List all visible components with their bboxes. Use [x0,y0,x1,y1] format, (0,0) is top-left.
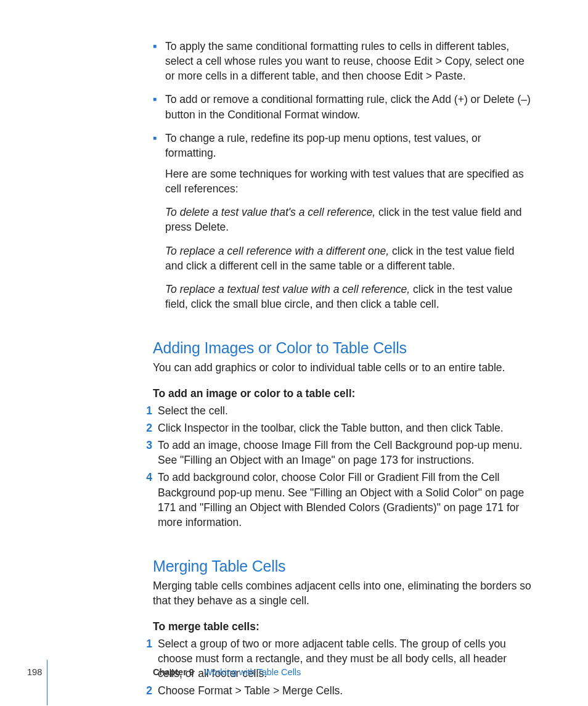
chapter-label: Chapter 9 [153,667,194,677]
step-number: 2 [140,421,158,435]
chapter-title: Working with Table Cells [204,667,301,677]
step-number: 1 [140,403,158,418]
paragraph: Here are some techniques for working wit… [165,166,531,196]
step-number: 3 [140,438,158,467]
subheading: To merge table cells: [153,619,531,634]
step-text: Choose Format > Table > Merge Cells. You… [158,683,531,706]
footer-divider [47,660,47,705]
bullet-text: To add or remove a conditional formattin… [165,92,531,121]
step-text: Click Inspector in the toolbar, click th… [158,421,531,435]
document-body: ■ To apply the same conditional formatti… [153,39,531,706]
step-line: Choose Format > Table > Merge Cells. [158,683,531,698]
ordered-list: 1 Select the cell. 2 Click Inspector in … [153,403,531,530]
bullet-marker-icon: ■ [153,39,165,83]
step-text: To add an image, choose Image Fill from … [158,438,531,467]
bullet-item: ■ To change a rule, redefine its pop-up … [153,131,531,160]
bullet-item: ■ To apply the same conditional formatti… [153,39,531,83]
section-intro: You can add graphics or color to individ… [153,360,531,375]
bullet-marker-icon: ■ [153,92,165,121]
list-item: 3 To add an image, choose Image Fill fro… [153,438,531,467]
paragraph: To replace a cell reference with a diffe… [165,244,531,273]
footer-text: Chapter 9 Working with Table Cells [153,666,301,678]
page-number: 198 [27,666,42,678]
bullet-text: To apply the same conditional formatting… [165,39,531,83]
section-intro: Merging table cells combines adjacent ce… [153,578,531,608]
step-number: 4 [140,470,158,530]
paragraph: To delete a test value that's a cell ref… [165,205,531,234]
bullet-item: ■ To add or remove a conditional formatt… [153,92,531,121]
section-heading: Adding Images or Color to Table Cells [153,337,531,359]
step-text: To add background color, choose Color Fi… [158,470,531,530]
italic-text: To replace a textual test value with a c… [165,283,413,295]
list-item: 1 Select the cell. [153,403,531,418]
list-item: 2 Click Inspector in the toolbar, click … [153,421,531,435]
bullet-marker-icon: ■ [153,131,165,160]
subheading: To add an image or color to a table cell… [153,386,531,401]
italic-text: To delete a test value that's a cell ref… [165,206,378,218]
italic-text: To replace a cell reference with a diffe… [165,245,392,257]
section-heading: Merging Table Cells [153,556,531,577]
paragraph: To replace a textual test value with a c… [165,282,531,311]
step-number: 2 [140,683,158,706]
bullet-text: To change a rule, redefine its pop-up me… [165,131,531,160]
step-text: Select the cell. [158,403,531,418]
list-item: 4 To add background color, choose Color … [153,470,531,530]
list-item: 2 Choose Format > Table > Merge Cells. Y… [153,683,531,706]
